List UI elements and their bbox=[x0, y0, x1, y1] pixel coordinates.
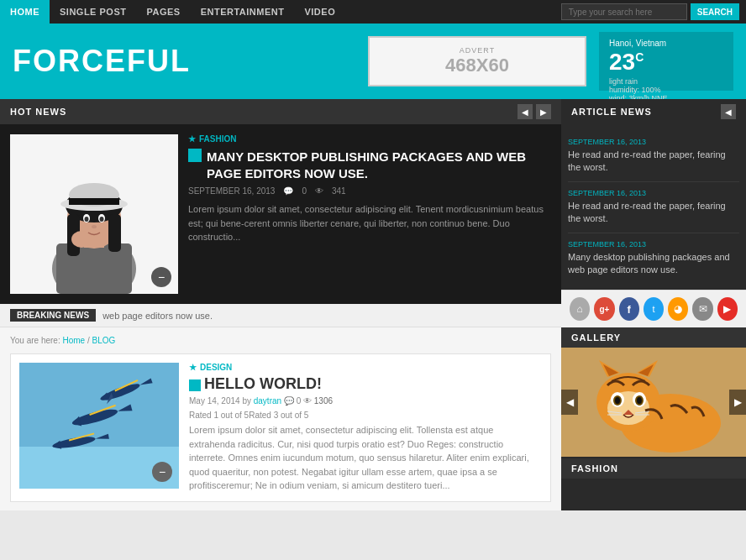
hot-news-text: ★ FASHION MANY DESKTOP PUBLISHING PACKAG… bbox=[188, 134, 551, 294]
blog-post-title[interactable]: HELLO WORLD! bbox=[189, 375, 542, 393]
gallery-next-arrow[interactable]: ▶ bbox=[729, 390, 746, 415]
nav-item-pages[interactable]: PAGES bbox=[136, 0, 190, 24]
comment-icon: 💬 bbox=[283, 186, 293, 196]
advert-size: 468X60 bbox=[445, 55, 509, 76]
hot-news-comments: 0 bbox=[302, 186, 307, 196]
social-icon-google-plus[interactable]: g+ bbox=[594, 297, 614, 321]
article-news-header: ARTICLE NEWS ◀ bbox=[561, 99, 746, 124]
blog-rating: Rated 1 out of 5Rated 3 out of 5 bbox=[189, 411, 542, 420]
gallery-section: GALLERY bbox=[561, 327, 746, 457]
article-item-1: SEPTEMBER 16, 2013 He read and re-read t… bbox=[568, 131, 739, 182]
svg-rect-10 bbox=[69, 198, 119, 205]
gallery-image: ◀ ▶ bbox=[561, 348, 746, 457]
article-news-title: ARTICLE NEWS bbox=[571, 107, 652, 117]
main-layout: HOT NEWS ◀ ▶ bbox=[0, 99, 746, 510]
hot-news-nav-arrows: ◀ ▶ bbox=[517, 104, 551, 119]
gallery-prev-arrow[interactable]: ◀ bbox=[561, 390, 578, 415]
advert-box: ADVERT 468X60 bbox=[368, 36, 586, 86]
blog-post-minus-btn[interactable]: − bbox=[152, 462, 172, 482]
article-news-list: SEPTEMBER 16, 2013 He read and re-read t… bbox=[561, 124, 746, 290]
breaking-news-label: BREAKING NEWS bbox=[10, 309, 96, 322]
blog-post-category: ★ DESIGN bbox=[189, 363, 542, 372]
article-date-2: SEPTEMBER 16, 2013 bbox=[568, 189, 739, 197]
svg-point-45 bbox=[637, 397, 642, 404]
logo: FORCEFUL bbox=[13, 44, 191, 79]
cyan-bar-icon bbox=[188, 149, 202, 162]
right-column: ARTICLE NEWS ◀ SEPTEMBER 16, 2013 He rea… bbox=[561, 99, 746, 510]
breadcrumb: You are here: Home / BLOG bbox=[10, 336, 551, 345]
article-date-3: SEPTEMBER 16, 2013 bbox=[568, 240, 739, 249]
advert-label: ADVERT bbox=[460, 46, 495, 55]
breadcrumb-current: BLOG bbox=[92, 336, 116, 345]
breaking-news-text: web page editors now use. bbox=[102, 311, 213, 321]
blog-author[interactable]: daytran bbox=[254, 396, 281, 406]
svg-rect-18 bbox=[19, 363, 179, 447]
article-news-arrows: ◀ bbox=[721, 104, 736, 119]
hot-news-header: HOT NEWS ◀ ▶ bbox=[0, 99, 561, 124]
search-input[interactable] bbox=[561, 3, 687, 20]
blog-area: You are here: Home / BLOG bbox=[0, 327, 561, 510]
social-icon-email[interactable]: ✉ bbox=[692, 297, 712, 321]
article-prev-arrow[interactable]: ◀ bbox=[721, 104, 736, 119]
breadcrumb-home-link[interactable]: Home bbox=[62, 336, 85, 345]
weather-widget: Hanoi, Vietnam 23C light rain humidity: … bbox=[599, 32, 733, 91]
search-button[interactable]: SEARCH bbox=[691, 3, 739, 20]
svg-point-15 bbox=[100, 217, 104, 222]
hot-news-post-title[interactable]: MANY DESKTOP PUBLISHING PACKAGES AND WEB… bbox=[188, 149, 551, 181]
svg-point-44 bbox=[615, 397, 620, 404]
cyan-square-icon bbox=[189, 379, 201, 391]
blog-star-icon: ★ bbox=[189, 363, 197, 372]
blog-post-text: ★ DESIGN HELLO WORLD! May 14, 2014 by da… bbox=[189, 363, 542, 493]
blog-views: 1306 bbox=[314, 396, 333, 406]
navbar: HOME SINGLE POST PAGES ENTERTAINMENT VID… bbox=[0, 0, 746, 24]
blog-post-meta: May 14, 2014 by daytran 💬 0 👁 1306 bbox=[189, 396, 542, 406]
hot-news-excerpt: Lorem ipsum dolor sit amet, consectetur … bbox=[188, 202, 551, 244]
svg-rect-7 bbox=[108, 214, 121, 252]
blog-view-icon: 👁 bbox=[303, 396, 312, 406]
nav-item-single-post[interactable]: SINGLE POST bbox=[50, 0, 136, 24]
gallery-header: GALLERY bbox=[561, 327, 746, 348]
nav-item-home[interactable]: HOME bbox=[0, 0, 50, 24]
social-bar: ⌂ g+ f t ◕ ✉ ▶ bbox=[561, 290, 746, 327]
search-area: SEARCH bbox=[561, 3, 746, 20]
article-item-2: SEPTEMBER 16, 2013 He read and re-read t… bbox=[568, 182, 739, 233]
blog-post: − ★ DESIGN HELLO WORLD! May 14, 2014 by … bbox=[10, 353, 551, 502]
hot-news-content: − ★ FASHION MANY DESKTOP PUBLISHING PACK… bbox=[0, 124, 561, 304]
star-icon: ★ bbox=[188, 134, 196, 144]
hot-news-meta: SEPTEMBER 16, 2013 💬 0 👁 341 bbox=[188, 186, 551, 196]
hot-news-date: SEPTEMBER 16, 2013 bbox=[188, 186, 275, 196]
social-icon-facebook[interactable]: f bbox=[619, 297, 639, 321]
social-icon-rss[interactable]: ⌂ bbox=[570, 297, 590, 321]
blog-post-image: − bbox=[19, 363, 179, 489]
article-title-1[interactable]: He read and re-read the paper, fearing t… bbox=[568, 149, 739, 175]
svg-point-16 bbox=[92, 225, 97, 228]
article-item-3: SEPTEMBER 16, 2013 Many desktop publishi… bbox=[568, 233, 739, 284]
blog-excerpt: Lorem ipsum dolor sit amet, consectetur … bbox=[189, 423, 542, 493]
hot-news-views: 341 bbox=[332, 186, 346, 196]
breaking-news-bar: BREAKING NEWS web page editors now use. bbox=[0, 304, 561, 327]
social-icon-twitter[interactable]: t bbox=[644, 297, 664, 321]
nav-item-entertainment[interactable]: ENTERTAINMENT bbox=[191, 0, 295, 24]
hot-news-category: ★ FASHION bbox=[188, 134, 551, 144]
article-title-3[interactable]: Many desktop publishing packages and web… bbox=[568, 251, 739, 277]
weather-temp: 23C bbox=[609, 50, 723, 74]
eye-icon: 👁 bbox=[315, 186, 323, 196]
hot-news-prev-arrow[interactable]: ◀ bbox=[517, 104, 533, 119]
article-date-1: SEPTEMBER 16, 2013 bbox=[568, 138, 739, 146]
social-icon-feed[interactable]: ◕ bbox=[668, 297, 688, 321]
blog-comment-icon: 💬 bbox=[284, 396, 294, 406]
social-icon-youtube[interactable]: ▶ bbox=[717, 297, 738, 321]
hot-news-next-arrow[interactable]: ▶ bbox=[536, 104, 551, 119]
site-header: FORCEFUL ADVERT 468X60 Hanoi, Vietnam 23… bbox=[0, 24, 746, 99]
article-title-2[interactable]: He read and re-read the paper, fearing t… bbox=[568, 200, 739, 226]
weather-city: Hanoi, Vietnam bbox=[609, 39, 723, 48]
hot-news-image: − bbox=[10, 134, 178, 294]
left-column: HOT NEWS ◀ ▶ bbox=[0, 99, 561, 510]
svg-point-14 bbox=[85, 217, 89, 222]
hot-news-minus-btn[interactable]: − bbox=[151, 267, 171, 287]
hot-news-title: HOT NEWS bbox=[10, 107, 66, 117]
nav-item-video[interactable]: VIDEO bbox=[294, 0, 345, 24]
fashion-section-header: FASHION bbox=[561, 458, 746, 479]
